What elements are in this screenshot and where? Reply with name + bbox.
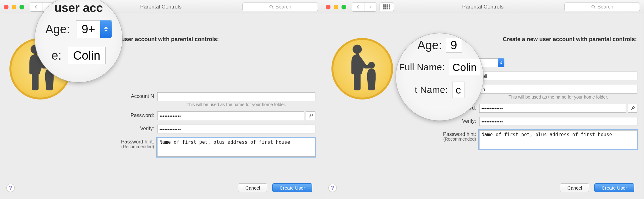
verify-input[interactable] [157,125,315,133]
search-field[interactable]: Search [242,3,318,11]
minimize-window-icon[interactable] [12,5,16,9]
full-name-input[interactable] [479,72,637,80]
window-controls [4,5,24,9]
form: Create a new user account with parental … [85,36,315,162]
account-name-label: Account N [85,92,157,99]
mag-age-label: Age: [417,39,442,52]
help-button[interactable]: ? [328,184,337,192]
mag-age-label: Age: [45,23,70,36]
content-area: Create a new user account with parental … [0,14,322,199]
mag-lower-value: Colin [68,47,106,64]
mag-account-value: c [452,82,464,98]
cancel-button[interactable]: Cancel [238,183,267,192]
mag-lower-label: e: [52,49,62,62]
age-value: 9+ [76,23,100,36]
zoom-window-icon[interactable] [341,5,346,9]
mag-account-label: t Name: [415,84,448,95]
show-all-button[interactable] [380,3,394,11]
verify-input[interactable] [479,117,637,126]
svg-point-9 [633,106,635,108]
dialog-buttons: Cancel Create User [238,183,312,192]
age-stepper[interactable]: 9+ [76,20,112,38]
nav-back-forward [352,2,376,12]
row-password: Password: [85,111,315,120]
cancel-button[interactable]: Cancel [560,183,589,192]
search-icon [591,5,596,9]
search-placeholder: Search [597,4,613,10]
account-name-input[interactable] [157,92,315,101]
verify-label: Verify: [85,125,157,132]
search-placeholder: Search [275,4,291,10]
hint-sublabel: (Recommended) [85,144,157,149]
help-button[interactable]: ? [6,184,15,192]
minimize-window-icon[interactable] [334,5,338,9]
search-field[interactable]: Search [564,3,640,11]
hint-label: Password hint: [85,138,157,145]
dialog-buttons: Cancel Create User [560,183,634,192]
close-window-icon[interactable] [4,5,8,9]
hint-input[interactable]: Name of first pet, plus address of first… [479,130,637,149]
create-user-button[interactable]: Create User [272,183,312,192]
svg-line-1 [272,8,273,9]
svg-line-6 [594,8,595,9]
parental-controls-icon [331,38,393,100]
password-label: Password: [85,111,157,118]
svg-point-5 [591,5,594,8]
grid-icon [383,4,390,9]
stepper-icon[interactable] [498,58,504,67]
panel-right: Parental Controls Search Create a new us… [322,0,644,199]
password-input[interactable] [157,111,304,120]
password-assistant-button[interactable] [306,111,315,120]
hint-label: Password hint: [407,130,479,137]
password-input[interactable] [479,104,626,113]
mag-fullname-label: Full Name: [399,62,445,73]
row-account-name: Account N This will be used as the name … [85,92,315,107]
mag-fullname-value: Colin [449,59,480,75]
svg-point-4 [311,114,313,116]
magnifier-fullname: Age: 9 Full Name: Colin t Name: c [396,33,484,121]
svg-point-7 [353,45,362,54]
forward-button[interactable] [364,3,376,11]
account-name-input[interactable] [479,85,637,94]
password-assistant-button[interactable] [628,104,637,113]
panel-left: Parental Controls Search Create a new us… [0,0,322,199]
account-name-helper: This will be used as the name for your h… [479,94,637,100]
back-button[interactable] [30,3,42,11]
back-button[interactable] [352,3,364,11]
titlebar: Parental Controls Search [322,0,644,14]
search-icon [269,5,274,9]
stepper-icon [100,20,112,38]
mag-age-value: 9 [446,38,462,53]
zoom-window-icon[interactable] [19,5,24,9]
mag-fragment-top: user acc [54,1,103,15]
row-hint: Password hint: (Recommended) Name of fir… [85,138,315,158]
create-user-button[interactable]: Create User [594,183,634,192]
window-controls [326,5,346,9]
svg-point-8 [368,62,375,68]
content-area: Create a new user account with parental … [322,14,644,199]
hint-sublabel: (Recommended) [407,137,479,142]
row-hint: Password hint: (Recommended) Name of fir… [407,130,637,150]
svg-point-0 [269,5,272,8]
close-window-icon[interactable] [326,5,330,9]
row-verify: Verify: [85,125,315,133]
hint-input[interactable]: Name of first pet, plus address of first… [157,138,315,157]
account-name-helper: This will be used as the name for your h… [157,102,315,107]
